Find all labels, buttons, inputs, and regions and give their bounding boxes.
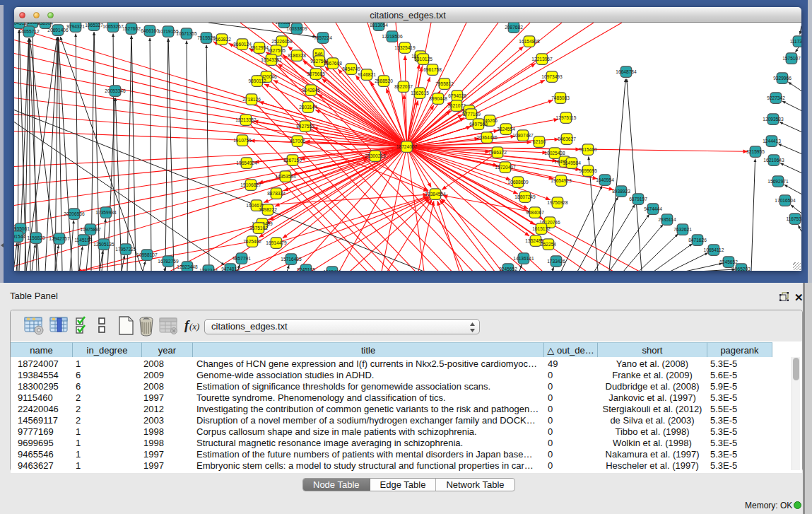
svg-text:3875685: 3875685 xyxy=(307,71,325,76)
svg-text:15716485: 15716485 xyxy=(281,257,302,262)
svg-text:10025438: 10025438 xyxy=(544,151,565,156)
svg-text:12923448: 12923448 xyxy=(177,264,198,269)
svg-text:1649584: 1649584 xyxy=(563,160,581,165)
svg-text:391544: 391544 xyxy=(14,234,25,239)
svg-text:8267150: 8267150 xyxy=(283,158,302,163)
svg-text:16914479: 16914479 xyxy=(266,240,287,245)
svg-text:9227342: 9227342 xyxy=(767,95,785,100)
svg-text:18724007: 18724007 xyxy=(396,144,418,149)
svg-text:8878334: 8878334 xyxy=(267,191,286,196)
svg-text:17016504: 17016504 xyxy=(775,198,796,203)
svg-text:10654112: 10654112 xyxy=(704,247,724,252)
svg-text:1362615: 1362615 xyxy=(411,90,429,95)
svg-text:10653267: 10653267 xyxy=(102,24,124,29)
svg-text:14055712: 14055712 xyxy=(18,29,40,34)
svg-text:6961758: 6961758 xyxy=(423,67,442,72)
svg-text:1575107: 1575107 xyxy=(782,56,801,61)
svg-text:9463627: 9463627 xyxy=(558,136,576,141)
svg-text:5310125: 5310125 xyxy=(414,57,433,62)
svg-text:25300213: 25300213 xyxy=(365,153,386,158)
svg-text:9474812: 9474812 xyxy=(221,267,240,271)
svg-text:1156829: 1156829 xyxy=(27,235,45,240)
svg-text:252254: 252254 xyxy=(541,242,556,247)
svg-text:1117352: 1117352 xyxy=(790,39,801,44)
svg-text:62160: 62160 xyxy=(533,139,546,144)
svg-text:1065203: 1065203 xyxy=(732,267,751,271)
svg-text:6466160: 6466160 xyxy=(141,28,159,33)
svg-text:3824554: 3824554 xyxy=(497,127,515,132)
svg-text:8938923: 8938923 xyxy=(612,189,630,194)
svg-text:2367608: 2367608 xyxy=(324,61,342,66)
svg-text:20053346: 20053346 xyxy=(105,88,126,93)
svg-text:8186328: 8186328 xyxy=(288,53,306,58)
svg-text:1935061: 1935061 xyxy=(14,226,30,231)
svg-text:7955812: 7955812 xyxy=(435,81,454,86)
svg-text:12975115: 12975115 xyxy=(556,115,577,120)
svg-text:19384554: 19384554 xyxy=(425,192,446,197)
svg-text:8912954: 8912954 xyxy=(250,45,269,50)
svg-text:9857791: 9857791 xyxy=(233,256,251,261)
svg-text:8660124: 8660124 xyxy=(233,42,252,47)
svg-text:9327505: 9327505 xyxy=(267,48,286,53)
svg-text:19654923: 19654923 xyxy=(551,178,572,183)
svg-text:1575102: 1575102 xyxy=(249,226,268,230)
svg-text:12213382: 12213382 xyxy=(235,117,257,122)
svg-text:1244413: 1244413 xyxy=(763,139,781,144)
svg-text:2588520: 2588520 xyxy=(375,78,393,83)
svg-text:8454749: 8454749 xyxy=(342,66,360,71)
svg-text:16543382: 16543382 xyxy=(261,57,282,62)
svg-text:9890112: 9890112 xyxy=(248,78,266,83)
svg-text:6879197: 6879197 xyxy=(629,197,647,201)
svg-text:17359934: 17359934 xyxy=(95,210,117,215)
svg-text:20364436: 20364436 xyxy=(476,135,498,140)
svg-text:10973493: 10973493 xyxy=(541,74,563,79)
svg-text:8427552: 8427552 xyxy=(296,124,314,129)
svg-text:6794028: 6794028 xyxy=(448,93,466,98)
svg-text:1733426: 1733426 xyxy=(547,259,565,264)
svg-text:9242845: 9242845 xyxy=(302,88,320,93)
svg-text:16210643: 16210643 xyxy=(763,158,784,163)
svg-text:12505135: 12505135 xyxy=(93,242,114,247)
svg-text:12093583: 12093583 xyxy=(763,117,784,122)
svg-text:14136141: 14136141 xyxy=(513,256,534,261)
svg-text:8990448: 8990448 xyxy=(429,96,447,101)
svg-text:9329966: 9329966 xyxy=(773,76,792,81)
svg-text:18807249: 18807249 xyxy=(514,194,536,199)
svg-text:13325419: 13325419 xyxy=(394,45,416,50)
svg-text:16782759: 16782759 xyxy=(158,259,179,264)
svg-text:238904: 238904 xyxy=(37,23,53,25)
svg-text:417006: 417006 xyxy=(290,139,305,144)
svg-text:12942757: 12942757 xyxy=(49,236,70,241)
svg-text:7857224: 7857224 xyxy=(314,35,332,40)
svg-text:17957225: 17957225 xyxy=(115,247,136,252)
svg-text:16648784: 16648784 xyxy=(616,69,637,74)
svg-text:1003524: 1003524 xyxy=(275,23,293,25)
svg-text:7485083: 7485083 xyxy=(551,95,570,100)
svg-text:19654924: 19654924 xyxy=(236,160,257,165)
svg-text:10958107: 10958107 xyxy=(136,252,158,257)
svg-text:16154808: 16154808 xyxy=(519,39,540,44)
svg-text:9115460: 9115460 xyxy=(579,147,597,152)
svg-text:9474444: 9474444 xyxy=(644,206,662,211)
svg-text:7632621: 7632621 xyxy=(673,227,692,232)
svg-text:9245105: 9245105 xyxy=(297,267,315,271)
svg-text:12213967: 12213967 xyxy=(531,57,553,62)
svg-text:7515526: 7515526 xyxy=(197,35,216,40)
svg-text:25226058: 25226058 xyxy=(271,39,293,44)
svg-text:2935114: 2935114 xyxy=(658,217,676,222)
svg-text:2718126: 2718126 xyxy=(242,97,261,102)
svg-text:1167533: 1167533 xyxy=(786,216,801,221)
svg-text:7663822: 7663822 xyxy=(213,37,231,42)
svg-text:8813054: 8813054 xyxy=(370,23,388,28)
svg-text:9084067: 9084067 xyxy=(526,210,544,215)
svg-text:9699695: 9699695 xyxy=(579,168,597,173)
svg-text:1065327: 1065327 xyxy=(85,23,103,28)
svg-text:9245652: 9245652 xyxy=(719,259,738,264)
svg-text:8215955: 8215955 xyxy=(746,149,765,154)
svg-text:12218506: 12218506 xyxy=(382,34,403,39)
svg-text:10688609: 10688609 xyxy=(507,180,529,185)
svg-text:2803144: 2803144 xyxy=(299,105,317,110)
svg-text:19756928: 19756928 xyxy=(547,200,568,205)
svg-text:9777169: 9777169 xyxy=(462,112,481,117)
svg-text:10671355: 10671355 xyxy=(176,31,197,36)
